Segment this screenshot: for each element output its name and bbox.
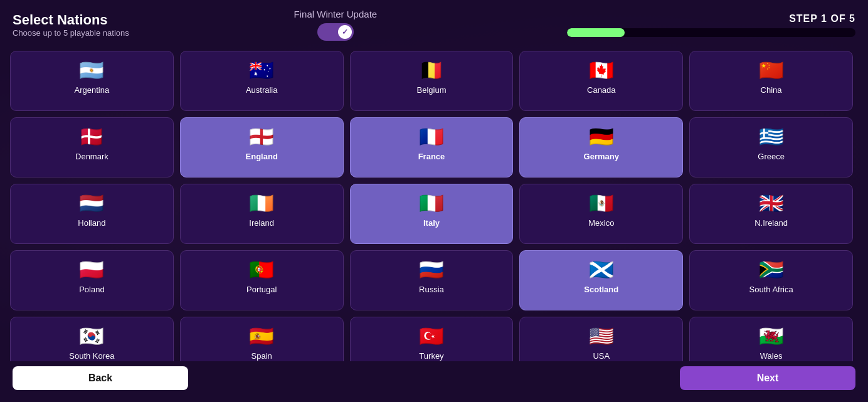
page-subtitle: Choose up to 5 playable nations: [13, 28, 129, 38]
flag-russia: 🇷🇺: [419, 260, 444, 280]
back-button[interactable]: Back: [13, 366, 188, 390]
nation-card-holland[interactable]: 🇳🇱 Holland: [10, 184, 174, 244]
page-title: Select Nations: [13, 12, 129, 28]
nation-card-russia[interactable]: 🇷🇺 Russia: [350, 250, 514, 310]
nation-name-england: England: [246, 152, 278, 161]
nation-name-turkey: Turkey: [419, 351, 443, 361]
nation-card-denmark[interactable]: 🇩🇰 Denmark: [10, 117, 174, 177]
flag-southkorea: 🇰🇷: [79, 326, 104, 346]
flag-nireland: 🇬🇧: [759, 193, 784, 213]
nation-name-scotland: Scotland: [584, 285, 618, 294]
toggle-knob: ✓: [338, 25, 352, 39]
progress-bar-fill: [567, 28, 625, 37]
flag-portugal: 🇵🇹: [249, 260, 274, 280]
nation-name-china: China: [761, 85, 782, 95]
flag-england: 🏴󠁧󠁢󠁥󠁮󠁧󠁿: [249, 127, 274, 147]
nation-card-canada[interactable]: 🇨🇦 Canada: [519, 51, 683, 111]
nation-name-belgium: Belgium: [417, 85, 447, 95]
nation-card-spain[interactable]: 🇪🇸 Spain: [180, 317, 344, 361]
nation-card-mexico[interactable]: 🇲🇽 Mexico: [519, 184, 683, 244]
nation-name-argentina: Argentina: [75, 85, 110, 95]
nation-name-holland: Holland: [78, 218, 105, 228]
flag-italy: 🇮🇹: [419, 193, 444, 213]
flag-greece: 🇬🇷: [759, 127, 784, 147]
nation-name-southafrica: South Africa: [749, 285, 793, 294]
flag-denmark: 🇩🇰: [79, 127, 104, 147]
flag-canada: 🇨🇦: [589, 60, 614, 80]
nation-name-greece: Greece: [758, 152, 785, 161]
flag-scotland: 🏴󠁧󠁢󠁳󠁣󠁴󠁿: [589, 260, 614, 280]
nation-card-usa[interactable]: 🇺🇸 USA: [519, 317, 683, 361]
nation-name-russia: Russia: [419, 285, 444, 294]
footer: Back Next: [0, 361, 868, 395]
nation-name-usa: USA: [593, 351, 610, 361]
flag-mexico: 🇲🇽: [589, 193, 614, 213]
flag-southafrica: 🇿🇦: [759, 260, 784, 280]
nation-name-denmark: Denmark: [75, 152, 109, 161]
winter-update-toggle[interactable]: ✓: [317, 23, 354, 41]
center-section: Final Winter Update ✓: [294, 9, 378, 41]
nation-name-italy: Italy: [423, 218, 440, 228]
nation-name-france: France: [418, 152, 445, 161]
flag-argentina: 🇦🇷: [79, 60, 104, 80]
flag-poland: 🇵🇱: [79, 260, 104, 280]
nation-name-australia: Australia: [246, 85, 278, 95]
nation-name-wales: Wales: [760, 351, 783, 361]
title-section: Select Nations Choose up to 5 playable n…: [13, 12, 129, 38]
nation-card-ireland[interactable]: 🇮🇪 Ireland: [180, 184, 344, 244]
flag-spain: 🇪🇸: [249, 326, 274, 346]
flag-usa: 🇺🇸: [589, 326, 614, 346]
nation-card-england[interactable]: 🏴󠁧󠁢󠁥󠁮󠁧󠁿 England: [180, 117, 344, 177]
nation-card-wales[interactable]: 🏴󠁧󠁢󠁷󠁬󠁳󠁿 Wales: [689, 317, 853, 361]
nation-name-southkorea: South Korea: [69, 351, 114, 361]
nations-grid: 🇦🇷 Argentina 🇦🇺 Australia 🇧🇪 Belgium 🇨🇦 …: [8, 47, 855, 361]
nation-card-portugal[interactable]: 🇵🇹 Portugal: [180, 250, 344, 310]
nation-name-poland: Poland: [79, 285, 104, 294]
nation-name-germany: Germany: [584, 152, 619, 161]
nation-card-poland[interactable]: 🇵🇱 Poland: [10, 250, 174, 310]
nation-card-germany[interactable]: 🇩🇪 Germany: [519, 117, 683, 177]
nation-name-portugal: Portugal: [246, 285, 277, 294]
nations-grid-container[interactable]: 🇦🇷 Argentina 🇦🇺 Australia 🇧🇪 Belgium 🇨🇦 …: [8, 47, 860, 361]
nation-name-mexico: Mexico: [588, 218, 614, 228]
main-content: 🇦🇷 Argentina 🇦🇺 Australia 🇧🇪 Belgium 🇨🇦 …: [0, 47, 868, 361]
nation-name-ireland: Ireland: [249, 218, 274, 228]
nation-card-france[interactable]: 🇫🇷 France: [350, 117, 514, 177]
nation-card-nireland[interactable]: 🇬🇧 N.Ireland: [689, 184, 853, 244]
progress-bar: [567, 28, 855, 37]
flag-wales: 🏴󠁧󠁢󠁷󠁬󠁳󠁿: [759, 326, 784, 346]
flag-france: 🇫🇷: [419, 127, 444, 147]
nation-card-australia[interactable]: 🇦🇺 Australia: [180, 51, 344, 111]
flag-china: 🇨🇳: [759, 60, 784, 80]
nation-card-southkorea[interactable]: 🇰🇷 South Korea: [10, 317, 174, 361]
flag-germany: 🇩🇪: [589, 127, 614, 147]
step-section: STEP 1 OF 5: [542, 13, 855, 37]
flag-holland: 🇳🇱: [79, 193, 104, 213]
flag-turkey: 🇹🇷: [419, 326, 444, 346]
nation-name-spain: Spain: [251, 351, 272, 361]
nation-card-italy[interactable]: 🇮🇹 Italy: [350, 184, 514, 244]
flag-australia: 🇦🇺: [249, 60, 274, 80]
step-label: STEP 1 OF 5: [789, 13, 855, 24]
flag-ireland: 🇮🇪: [249, 193, 274, 213]
nation-name-nireland: N.Ireland: [754, 218, 788, 228]
nation-card-turkey[interactable]: 🇹🇷 Turkey: [350, 317, 514, 361]
next-button[interactable]: Next: [680, 366, 855, 390]
center-title: Final Winter Update: [294, 9, 378, 19]
nation-card-greece[interactable]: 🇬🇷 Greece: [689, 117, 853, 177]
nation-card-belgium[interactable]: 🇧🇪 Belgium: [350, 51, 514, 111]
nation-card-southafrica[interactable]: 🇿🇦 South Africa: [689, 250, 853, 310]
nation-name-canada: Canada: [587, 85, 616, 95]
header: Select Nations Choose up to 5 playable n…: [0, 0, 868, 47]
nation-card-argentina[interactable]: 🇦🇷 Argentina: [10, 51, 174, 111]
flag-belgium: 🇧🇪: [419, 60, 444, 80]
nation-card-china[interactable]: 🇨🇳 China: [689, 51, 853, 111]
nation-card-scotland[interactable]: 🏴󠁧󠁢󠁳󠁣󠁴󠁿 Scotland: [519, 250, 683, 310]
